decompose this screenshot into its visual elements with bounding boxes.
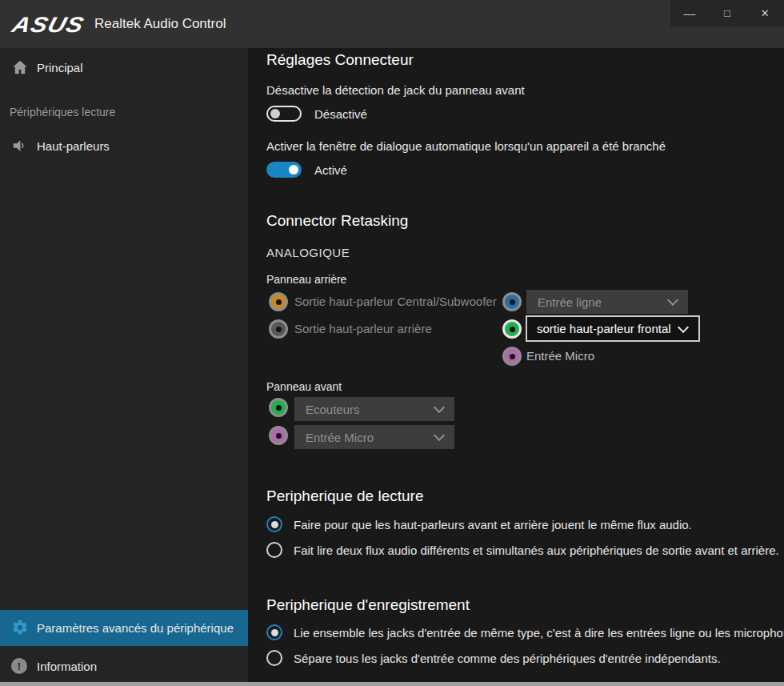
app-window: ASUS Realtek Audio Control — □ ✕ Princip… — [0, 0, 784, 686]
toggle-state-label: Activé — [314, 163, 347, 177]
toggle-state-label: Désactivé — [314, 107, 367, 121]
sidebar-item-parametres-avances[interactable]: Paramètres avancés du périphérique — [0, 610, 248, 646]
toggle-knob — [270, 109, 280, 118]
sidebar-item-label: Information — [37, 648, 97, 684]
radio-link-jacks[interactable] — [266, 624, 282, 640]
minimize-button[interactable]: — — [670, 0, 708, 26]
sidebar-item-label: Paramètres avancés du périphérique — [37, 610, 234, 646]
radio-separate-jacks[interactable] — [266, 650, 282, 666]
jack-icon-pink — [502, 347, 522, 366]
dropdown-value: Entrée ligne — [538, 295, 602, 309]
chevron-down-icon — [667, 295, 678, 306]
chevron-down-icon — [434, 430, 445, 441]
home-icon — [11, 58, 29, 76]
jack-icon-orange — [269, 292, 288, 311]
window-bottom-edge — [0, 682, 784, 686]
sidebar-item-principal[interactable]: Principal — [0, 50, 248, 86]
sidebar-item-information[interactable]: ! Information — [0, 648, 248, 684]
dropdown-value: Ecouteurs — [306, 403, 360, 416]
speaker-icon — [11, 137, 29, 154]
front-panel-row-1: Ecouteurs — [248, 397, 784, 418]
gear-icon — [11, 619, 29, 636]
rear-panel-row-1: Sortie haut-parleur Central/Subwoofer En… — [248, 291, 784, 312]
main-content: Réglages Connecteur Désactive la détecti… — [248, 48, 784, 686]
playback-option-2: Fait lire deux flux audio différents et … — [266, 541, 784, 559]
radio-label: Sépare tous les jacks d'entrée comme des… — [294, 652, 721, 665]
radio-label: Fait lire deux flux audio différents et … — [294, 544, 779, 557]
jack-detection-toggle[interactable] — [266, 106, 302, 122]
jack-icon-pink — [269, 426, 288, 445]
toggle-row-auto-dialog: Activé — [266, 161, 347, 179]
radio-label: Lie ensemble les jacks d'entrée de même … — [294, 626, 784, 640]
rear-line-in-dropdown[interactable]: Entrée ligne — [526, 290, 688, 314]
app-title: Realtek Audio Control — [94, 0, 226, 48]
jack-icon-gray — [269, 319, 288, 339]
maximize-button[interactable]: □ — [708, 0, 746, 26]
window-controls: — □ ✕ — [670, 0, 784, 26]
chevron-down-icon — [678, 321, 689, 332]
jack-label: Sortie haut-parleur arrière — [294, 322, 432, 335]
toggle-row-jack-detection: Désactivé — [266, 105, 367, 122]
rear-panel-label: Panneau arrière — [266, 273, 346, 286]
subsection-analogique: ANALOGIQUE — [266, 246, 350, 259]
jack-icon-green — [269, 398, 288, 417]
info-icon: ! — [11, 658, 27, 674]
asus-logo: ASUS — [10, 13, 87, 38]
playback-option-1: Faire pour que les haut-parleurs avant e… — [266, 516, 784, 533]
sidebar: Principal Périphériques lecture Haut-par… — [0, 48, 248, 686]
rear-front-speaker-dropdown[interactable]: sortie haut-parleur frontal — [526, 315, 700, 342]
title-bar: ASUS Realtek Audio Control — □ ✕ — [0, 0, 784, 48]
section-title-reglages-connecteur: Réglages Connecteur — [266, 51, 414, 69]
auto-dialog-toggle[interactable] — [266, 162, 302, 178]
jack-icon-blue — [502, 292, 522, 311]
sidebar-item-label: Principal — [37, 50, 83, 86]
dropdown-value: Entrée Micro — [306, 431, 374, 444]
recording-option-1: Lie ensemble les jacks d'entrée de même … — [266, 624, 784, 641]
radio-two-streams[interactable] — [266, 542, 282, 558]
radio-label: Faire pour que les haut-parleurs avant e… — [294, 518, 692, 532]
toggle-knob — [289, 165, 298, 175]
rear-panel-row-3: Entrée Micro — [248, 346, 784, 367]
section-title-peripherique-enregistrement: Peripherique d'enregistrement — [266, 596, 470, 614]
radio-same-stream[interactable] — [266, 516, 282, 532]
jack-label: Entrée Micro — [526, 349, 594, 363]
jack-icon-green — [502, 319, 522, 339]
section-title-connector-retasking: Connector Retasking — [266, 212, 408, 230]
jack-label: Sortie haut-parleur Central/Subwoofer — [294, 295, 497, 308]
toggle-label-jack-detection: Désactive la détection de jack du pannea… — [266, 83, 525, 97]
section-title-peripherique-lecture: Peripherique de lecture — [266, 487, 423, 505]
chevron-down-icon — [434, 402, 445, 413]
toggle-label-auto-dialog: Activer la fenêtre de dialogue automatiq… — [266, 139, 666, 153]
rear-panel-row-2: Sortie haut-parleur arrière sortie haut-… — [248, 319, 784, 339]
sidebar-section-label: Périphériques lecture — [10, 106, 115, 118]
sidebar-item-haut-parleurs[interactable]: Haut-parleurs — [0, 128, 248, 164]
sidebar-item-label: Haut-parleurs — [37, 128, 110, 164]
front-headphones-dropdown[interactable]: Ecouteurs — [294, 397, 454, 421]
close-button[interactable]: ✕ — [746, 0, 784, 26]
dropdown-value: sortie haut-parleur frontal — [537, 322, 671, 335]
recording-option-2: Sépare tous les jacks d'entrée comme des… — [266, 649, 784, 667]
front-panel-row-2: Entrée Micro — [248, 425, 784, 446]
front-mic-dropdown[interactable]: Entrée Micro — [294, 425, 454, 449]
front-panel-label: Panneau avant — [266, 380, 342, 393]
